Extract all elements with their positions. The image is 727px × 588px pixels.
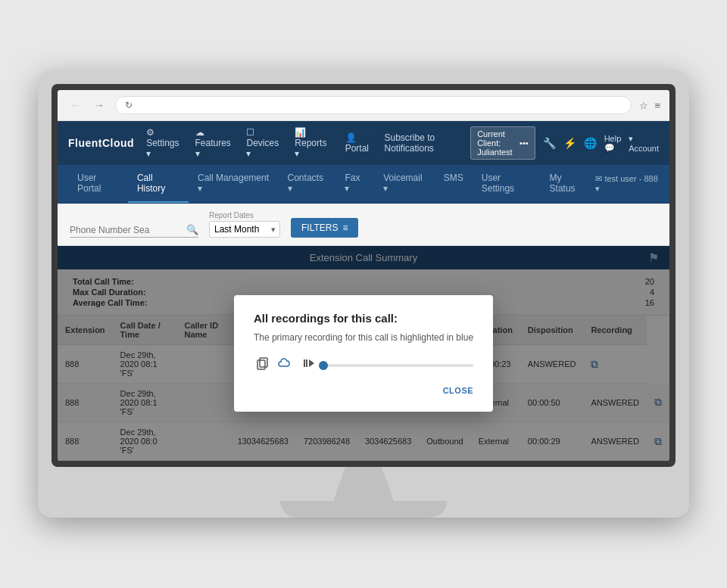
search-group: 🔍 bbox=[70, 224, 198, 238]
app-logo: FluentCloud bbox=[68, 137, 134, 149]
date-group: Report Dates Last Month This Month Last … bbox=[209, 211, 280, 238]
modal-subtitle: The primary recording for this call is h… bbox=[254, 332, 473, 343]
copy-icon bbox=[255, 356, 269, 370]
monitor-stand bbox=[51, 467, 676, 518]
audio-progress-dot bbox=[319, 361, 328, 370]
monitor-base bbox=[280, 501, 447, 518]
nav-sms[interactable]: SMS bbox=[435, 165, 473, 203]
svg-marker-4 bbox=[309, 359, 314, 367]
filter-icon: ≡ bbox=[342, 222, 348, 233]
cloud-button[interactable] bbox=[276, 356, 295, 375]
nav-subscribe[interactable]: Subscribe to Notifications bbox=[384, 132, 458, 154]
app-navbar: FluentCloud ⚙ Settings ▾ ☁ Features ▾ ☐ … bbox=[58, 121, 669, 165]
tools-icon[interactable]: 🔧 bbox=[543, 137, 556, 149]
account-button[interactable]: ▾ Account bbox=[629, 134, 659, 153]
filters-button[interactable]: FILTERS ≡ bbox=[291, 218, 358, 238]
modal-overlay: All recordings for this call: The primar… bbox=[58, 246, 669, 461]
bolt-icon[interactable]: ⚡ bbox=[563, 137, 576, 149]
browser-icons: ☆ ≡ bbox=[639, 100, 660, 111]
nav-user-settings[interactable]: User Settings bbox=[473, 165, 541, 203]
report-dates-label: Report Dates bbox=[209, 211, 280, 219]
play-button[interactable] bbox=[301, 355, 317, 375]
copy-recording-button[interactable] bbox=[254, 355, 270, 375]
client-selector[interactable]: Current Client: Juliantest ••• bbox=[470, 126, 535, 160]
nav-devices[interactable]: ☐ Devices ▾ bbox=[246, 127, 282, 159]
main-content: Extension Call Summary ⚑ Total Call Time… bbox=[58, 246, 669, 461]
back-button[interactable]: ← bbox=[67, 97, 83, 114]
modal-title: All recordings for this call: bbox=[254, 312, 473, 325]
svg-rect-3 bbox=[306, 359, 307, 367]
nav-fax[interactable]: Fax ▾ bbox=[335, 165, 374, 203]
monitor-screen: ← → ↻ ☆ ≡ FluentCloud ⚙ Settings ▾ ☁ Fea… bbox=[58, 90, 669, 461]
audio-progress-bar[interactable] bbox=[323, 364, 473, 367]
nav-reports[interactable]: 📊 Reports ▾ bbox=[295, 127, 332, 159]
nav-call-history[interactable]: Call History bbox=[128, 165, 189, 203]
search-input[interactable] bbox=[70, 225, 183, 235]
nav-features[interactable]: ☁ Features ▾ bbox=[195, 127, 235, 159]
client-label: Current Client: Juliantest bbox=[477, 129, 515, 157]
filters-label: FILTERS bbox=[301, 222, 338, 233]
nav-call-management[interactable]: Call Management ▾ bbox=[189, 165, 279, 203]
globe-icon[interactable]: 🌐 bbox=[584, 137, 597, 149]
secondary-nav: User Portal Call History Call Management… bbox=[58, 165, 669, 204]
svg-rect-2 bbox=[304, 359, 305, 367]
modal-recording-row bbox=[254, 355, 473, 375]
address-bar[interactable]: ↻ bbox=[115, 96, 632, 114]
client-dots: ••• bbox=[520, 138, 529, 148]
play-icon bbox=[302, 356, 316, 370]
nav-my-status[interactable]: My Status bbox=[541, 165, 596, 203]
reload-icon[interactable]: ↻ bbox=[125, 100, 133, 110]
filters-bar: 🔍 Report Dates Last Month This Month Las… bbox=[58, 204, 669, 246]
nav-user-portal[interactable]: User Portal bbox=[68, 165, 128, 203]
svg-rect-0 bbox=[257, 360, 265, 369]
help-button[interactable]: Help 💬 bbox=[604, 134, 622, 153]
modal-close-button[interactable]: CLOSE bbox=[443, 386, 473, 395]
forward-button[interactable]: → bbox=[91, 97, 108, 114]
svg-rect-1 bbox=[260, 358, 267, 367]
modal-close-row: CLOSE bbox=[254, 386, 473, 395]
navbar-right: Current Client: Juliantest ••• 🔧 ⚡ 🌐 Hel… bbox=[470, 126, 659, 160]
search-icon: 🔍 bbox=[186, 224, 198, 235]
monitor-neck bbox=[333, 467, 394, 501]
nav-portal[interactable]: 👤 Portal bbox=[345, 132, 373, 154]
monitor-shell: ← → ↻ ☆ ≡ FluentCloud ⚙ Settings ▾ ☁ Fea… bbox=[38, 70, 689, 518]
nav-user-label[interactable]: ✉ test user - 888 ▾ bbox=[595, 165, 659, 203]
browser-chrome: ← → ↻ ☆ ≡ bbox=[58, 90, 669, 121]
nav-voicemail[interactable]: Voicemail ▾ bbox=[374, 165, 435, 203]
cloud-icon bbox=[278, 357, 293, 369]
screen-border: ← → ↻ ☆ ≡ FluentCloud ⚙ Settings ▾ ☁ Fea… bbox=[51, 84, 676, 467]
star-icon[interactable]: ☆ bbox=[639, 100, 648, 111]
date-select[interactable]: Last Month This Month Last 7 Days Custom bbox=[209, 221, 280, 238]
nav-settings[interactable]: ⚙ Settings ▾ bbox=[146, 127, 183, 159]
date-select-wrapper: Last Month This Month Last 7 Days Custom bbox=[209, 221, 280, 238]
menu-icon[interactable]: ≡ bbox=[654, 100, 660, 111]
modal-dialog: All recordings for this call: The primar… bbox=[234, 295, 493, 412]
nav-contacts[interactable]: Contacts ▾ bbox=[279, 165, 336, 203]
